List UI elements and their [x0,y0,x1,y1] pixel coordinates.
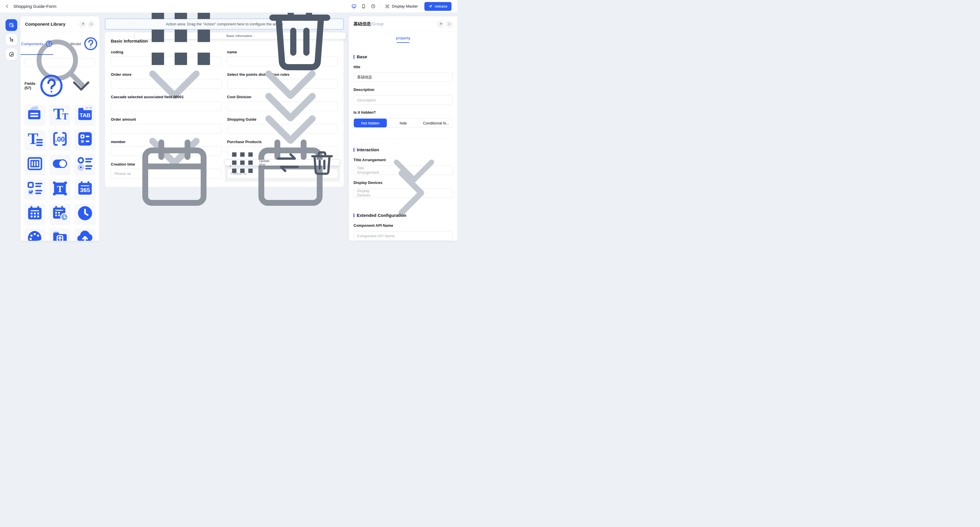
close-panel-button[interactable] [88,21,95,28]
release-label: release [434,4,447,8]
mobile-preview-button[interactable] [361,4,366,9]
inspector-tabs: property [349,32,457,43]
section-bar [353,55,355,59]
hidden-option-conditional-hi[interactable]: Conditional hi... [419,119,452,127]
canvas-field-creation-time[interactable]: Creation timePlease select a date and ti… [111,162,222,178]
document-icon [50,228,70,241]
outline-tree-icon [8,37,14,43]
help-icon[interactable] [45,40,53,48]
swap-component-icon[interactable] [272,147,303,178]
desktop-preview-button[interactable] [352,4,356,9]
decimal-icon: .00 [50,129,70,149]
rail-button-tools[interactable] [6,48,17,60]
component-card-drag-drop-upload[interactable]: Drag and drop... [75,229,95,241]
single-line-text-icon: TT [50,104,70,124]
section-bar [353,148,355,152]
component-card-years[interactable]: 365years [75,179,95,200]
display-devices-placeholder: Display Devices [357,189,371,197]
inspector-body: Base title Description Is it hidden? Not… [349,54,457,240]
inspector-header: 基础信息/Group [349,16,457,32]
pin-icon [81,22,84,26]
component-card-color[interactable]: color [24,229,45,241]
library-title: Component Library [25,22,65,27]
pin-panel-button[interactable] [437,21,444,28]
close-icon [89,22,93,26]
hidden-option-hide[interactable]: hide [387,119,420,127]
component-card-date[interactable]: date [24,204,45,225]
title-field-label: title [353,65,453,69]
close-panel-button[interactable] [445,21,453,28]
component-card-radio[interactable]: Radio button [75,154,95,175]
section-base: Base [353,54,453,59]
collapse-fields-icon[interactable] [67,72,95,100]
api-name-field [353,231,453,240]
form-group-card[interactable]: Basic Information Basic Information codi… [105,32,344,187]
component-card-rich-text[interactable]: TRich Text [49,179,70,200]
back-icon[interactable] [5,4,10,9]
tab-model[interactable]: Model [70,32,99,55]
display-devices-field[interactable]: Display Devices [353,188,453,198]
display-master-button[interactable]: Display Master [385,4,418,9]
component-card-time[interactable]: time [75,204,95,225]
checkbox-icon [25,178,45,198]
topbar-divider [380,3,381,10]
inspector-panel: 基础信息/Group property Base title Descripti… [349,16,457,241]
scan-frame-icon [385,4,390,9]
time-icon [75,203,95,223]
component-card-tabs[interactable]: TABTabs [75,105,95,125]
form-canvas: Action area: Drag the "Action" component… [105,16,344,187]
api-name-input[interactable] [357,234,449,238]
component-card-document[interactable]: document [49,229,70,241]
component-card-switch[interactable]: switch [49,154,70,175]
component-card-grouping[interactable]: Grouping [24,105,45,125]
topbar: Shopping Guide-Form Display Master relea… [0,0,457,13]
release-button[interactable]: release [425,2,452,11]
help-icon[interactable] [83,36,99,52]
help-icon[interactable] [37,72,65,100]
description-input[interactable] [357,98,449,102]
component-card-decimal[interactable]: .00Decimal [49,130,70,151]
delete-field-icon[interactable] [307,147,337,178]
component-grid: GroupingTTSingle line textTABTabsTMulti-… [24,105,95,241]
color-icon [25,228,45,241]
field-select[interactable] [111,79,222,89]
fields-count-label: Fields (57) [24,81,36,90]
description-field [353,95,453,105]
close-icon [447,22,451,26]
drag-drop-upload-icon [75,228,95,241]
field-date-input[interactable]: Please select a date and time [111,169,222,178]
tab-property[interactable]: property [396,36,410,43]
title-field [353,73,453,82]
drag-handle-icon[interactable] [227,147,258,178]
date-icon [25,203,45,223]
display-master-label: Display Master [392,4,418,8]
component-card-single-line-text[interactable]: TTSingle line text [49,105,70,125]
component-library-panel: Component Library Components Model Field… [21,16,99,241]
tab-components[interactable]: Components [21,32,53,55]
component-card-drop-down[interactable]: Drop-down ra... [75,130,95,151]
rail-button-outline-tree[interactable] [6,34,17,46]
component-card-date-time[interactable]: Date and Time [49,204,70,225]
toolbar-divider [254,34,255,38]
inspector-type-suffix: /Group [371,22,383,26]
svg-text:365: 365 [80,187,90,193]
title-input[interactable] [357,75,449,79]
component-card-multi-line-text[interactable]: TMulti-line text [24,130,45,151]
pin-icon [439,22,442,26]
component-card-layout-container[interactable]: Layout Contai... [24,154,45,175]
rail-button-page-builder[interactable] [6,19,17,31]
rich-text-icon: T [50,178,70,198]
selected-field-toolbar-label: Update time [259,159,269,166]
calendar-icon [130,130,218,217]
switch-icon [50,154,70,174]
group-toolbar-label: Basic Information [226,34,252,38]
history-button[interactable] [371,4,375,9]
canvas-field-update-time[interactable]: Update timePlease select a date and time… [225,159,340,182]
tab-model-label: Model [70,42,81,46]
section-bar [353,213,355,217]
component-card-checkbox[interactable]: Checkbox [24,179,45,200]
field-label: Cascade selected associated field 00001 [111,95,222,99]
pin-panel-button[interactable] [79,21,86,28]
hidden-option-not-hidden[interactable]: Not hidden [354,119,387,127]
left-rail [6,19,17,60]
